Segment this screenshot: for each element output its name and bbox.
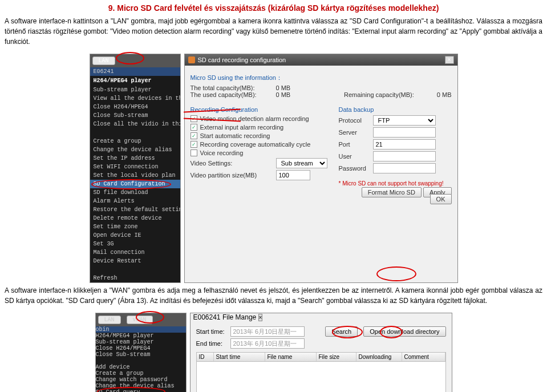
menu-item[interactable]: Close Sub-stream bbox=[96, 351, 186, 358]
col-comment[interactable]: Comment bbox=[402, 353, 445, 361]
chk-motion[interactable]: ✓ bbox=[191, 115, 197, 122]
menu-item[interactable]: Device Restart bbox=[90, 257, 180, 265]
chk-cycle[interactable]: ✓ bbox=[191, 141, 197, 148]
page-heading: 9. Micro SD Card felvétel és visszajátsz… bbox=[0, 0, 547, 16]
menu-item[interactable]: Set time zone bbox=[90, 223, 180, 231]
sd-recording-dialog: SD card recording configuration × Micro … bbox=[184, 54, 458, 283]
menu-item[interactable]: Close H264/HPEG4 bbox=[90, 103, 180, 111]
remaining-capacity-value: 0 MB bbox=[437, 91, 452, 98]
port-input[interactable] bbox=[373, 139, 436, 149]
start-time-label: Start time: bbox=[196, 328, 230, 335]
menu-item[interactable]: Open device IE bbox=[90, 231, 180, 240]
recording-config-header: Recording Configuration bbox=[191, 106, 327, 113]
col-downloading[interactable]: Downloading bbox=[356, 353, 402, 361]
ok-button[interactable]: OK bbox=[430, 194, 452, 204]
menu-item[interactable]: Change the device alias bbox=[90, 146, 180, 154]
used-capacity-label: The used capacity(MB): bbox=[191, 91, 276, 98]
menu-item[interactable]: SD file download bbox=[90, 188, 180, 197]
menu-item[interactable]: Set the local video plan bbox=[90, 171, 180, 180]
hotswap-warning: * Micro SD can not support hot swapping! bbox=[339, 180, 452, 187]
lan-tab[interactable]: LAN bbox=[92, 56, 115, 65]
dialog-icon bbox=[188, 56, 195, 63]
open-download-button[interactable]: Open download directory bbox=[363, 326, 445, 337]
menu-item[interactable]: Set 3G bbox=[90, 240, 180, 248]
password-input[interactable] bbox=[373, 163, 436, 173]
user-label: User bbox=[339, 153, 373, 160]
chk-cycle-label: Recording coverage automatically cycle bbox=[200, 141, 311, 148]
menu-item[interactable]: Change the device alias bbox=[96, 383, 186, 389]
paragraph-2: A software interface-n klikkeljen a "WAN… bbox=[0, 285, 547, 310]
file-table-header: ID Start time File name File size Downlo… bbox=[196, 352, 446, 362]
file-dialog-titlebar: E006241 File Mange × bbox=[191, 313, 452, 321]
video-settings-label: Video Settings: bbox=[191, 160, 276, 167]
col-id[interactable]: ID bbox=[197, 353, 214, 361]
device-address: E06241 bbox=[90, 67, 180, 76]
end-time-label: End time: bbox=[196, 340, 230, 347]
total-capacity-label: The total capacity(MB): bbox=[191, 84, 276, 91]
menu-item[interactable]: Close Sub-stream bbox=[90, 111, 180, 120]
menu-item[interactable]: Create a group bbox=[96, 370, 186, 377]
partition-size-input[interactable] bbox=[276, 170, 310, 180]
menu-item bbox=[90, 128, 180, 137]
chk-external-label: External input alarm recording bbox=[200, 124, 284, 131]
col-filename[interactable]: File name bbox=[265, 353, 317, 361]
search-button[interactable]: Search bbox=[325, 326, 358, 337]
menu-item[interactable]: Set the IP address bbox=[90, 154, 180, 163]
player-header-2: H264/MPEG4 player bbox=[96, 333, 186, 339]
device-id: obin bbox=[96, 326, 186, 333]
menu-item[interactable]: Close all the vidio in this group bbox=[90, 120, 180, 128]
dialog-titlebar: SD card recording configuration × bbox=[185, 54, 457, 66]
file-table-body[interactable] bbox=[196, 362, 446, 392]
video-settings-select[interactable]: Sub stream bbox=[276, 158, 327, 168]
port-label: Port bbox=[339, 141, 373, 148]
col-start[interactable]: Start time bbox=[214, 353, 265, 361]
password-label: Password bbox=[339, 165, 373, 172]
menu-item[interactable]: Add device bbox=[96, 364, 186, 370]
user-input[interactable] bbox=[373, 151, 436, 161]
close-icon[interactable]: × bbox=[445, 56, 454, 64]
info-header: Micro SD using the information： bbox=[191, 74, 452, 82]
menu-item[interactable]: Create a group bbox=[90, 137, 180, 146]
dialog-title: SD card recording configuration bbox=[198, 56, 286, 63]
chk-auto[interactable]: ✓ bbox=[191, 132, 197, 139]
wan-tab[interactable]: vWAN bbox=[127, 316, 153, 324]
total-capacity-value: 0 MB bbox=[276, 84, 291, 91]
paragraph-1: A software interface-n kattintson a "LAN… bbox=[0, 16, 547, 51]
protocol-label: Protocol bbox=[339, 117, 373, 124]
chk-voice[interactable] bbox=[191, 149, 197, 156]
format-button[interactable]: Format Micro SD bbox=[362, 187, 422, 197]
menu-item[interactable]: View all the devices in this group bbox=[90, 94, 180, 103]
end-time-input[interactable] bbox=[230, 338, 305, 349]
menu-item[interactable]: Sub-stream player bbox=[96, 339, 186, 345]
context-menu-panel-1: LAN E06241 H264/HPEG4 player Sub-stream … bbox=[90, 54, 181, 283]
server-label: Server bbox=[339, 129, 373, 136]
lan-tab-2[interactable]: LAN bbox=[98, 316, 121, 324]
menu-item[interactable]: SD Card query bbox=[96, 389, 186, 392]
menu-item[interactable]: Alarm Alerts bbox=[90, 197, 180, 205]
protocol-select[interactable]: FTP bbox=[373, 115, 436, 126]
file-dialog-title: E006241 File Mange bbox=[193, 313, 257, 321]
remaining-capacity-label: Remaining capacity(MB): bbox=[344, 91, 414, 98]
menu-item bbox=[90, 265, 180, 274]
menu-item[interactable]: Restore the default setting bbox=[90, 205, 180, 214]
used-capacity-value: 0 MB bbox=[276, 91, 291, 98]
menu-item[interactable]: Delete remote device bbox=[90, 214, 180, 223]
close-icon[interactable]: × bbox=[258, 314, 263, 321]
menu-item[interactable]: Change watch password bbox=[96, 377, 186, 383]
chk-voice-label: Voice recording bbox=[200, 149, 244, 156]
context-menu-panel-2: LAN vWAN obin H264/MPEG4 player Sub-stre… bbox=[95, 313, 187, 392]
server-input[interactable] bbox=[373, 127, 436, 138]
menu-item[interactable]: Close H264/MPEG4 bbox=[96, 345, 186, 351]
menu-item[interactable]: Mail connection bbox=[90, 248, 180, 257]
chk-auto-label: Start automatic recording bbox=[200, 132, 270, 139]
menu-item bbox=[96, 358, 186, 364]
menu-item[interactable]: Refresh bbox=[90, 274, 180, 282]
menu-item[interactable]: SD Card Configuration bbox=[90, 180, 180, 188]
col-filesize[interactable]: File size bbox=[317, 353, 356, 361]
start-time-input[interactable] bbox=[230, 326, 305, 337]
menu-item[interactable]: Sub-stream player bbox=[90, 86, 180, 94]
chk-external[interactable]: ✓ bbox=[191, 124, 197, 131]
data-backup-header: Data backup bbox=[339, 106, 452, 113]
menu-item[interactable]: Set WIFI connection bbox=[90, 163, 180, 171]
file-manage-dialog: E006241 File Mange × Start time: Search … bbox=[190, 313, 452, 392]
